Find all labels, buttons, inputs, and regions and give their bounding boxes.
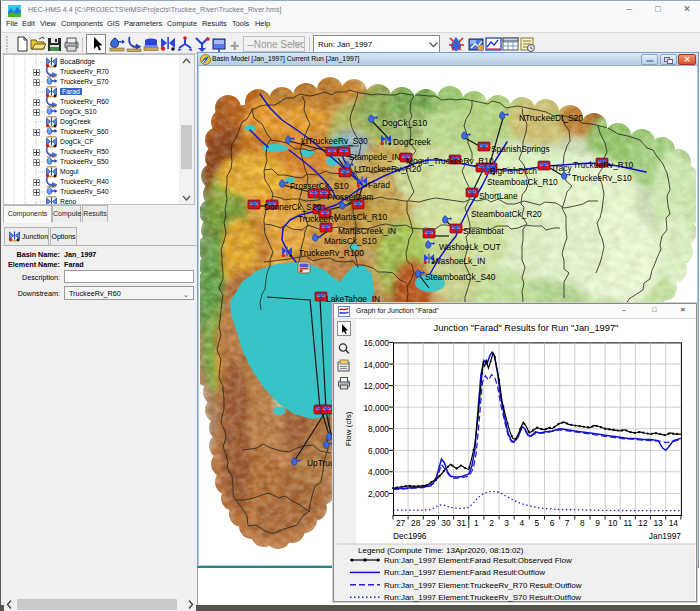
svg-text:28: 28	[411, 518, 421, 528]
svg-text:31: 31	[457, 518, 467, 528]
svg-text:SteamboatCk_R10: SteamboatCk_R10	[487, 177, 558, 187]
svg-text:7: 7	[565, 518, 570, 528]
svg-text:6,000: 6,000	[368, 446, 389, 456]
svg-text:DonnerCk_S20: DonnerCk_S20	[264, 202, 322, 212]
svg-text:MartisCreek_IN: MartisCreek_IN	[338, 226, 396, 236]
svg-text:5: 5	[535, 518, 540, 528]
svg-text:27: 27	[396, 518, 406, 528]
svg-text:TruckeeRv_R10: TruckeeRv_R10	[573, 160, 634, 170]
svg-text:12,000: 12,000	[363, 381, 389, 391]
svg-text:ShortLane: ShortLane	[479, 191, 518, 201]
svg-text:MartisCk_S10: MartisCk_S10	[324, 236, 377, 246]
svg-text:SteamboatCk_S40: SteamboatCk_S40	[425, 272, 496, 282]
svg-text:Steamboat: Steamboat	[463, 226, 504, 236]
svg-text:12: 12	[638, 518, 648, 528]
svg-text:Stampede_IN: Stampede_IN	[349, 152, 400, 162]
svg-text:Run:Jan_1997 Element:Farad Res: Run:Jan_1997 Element:Farad Result:Outflo…	[384, 568, 545, 577]
svg-text:BigFishDitch: BigFishDitch	[490, 166, 537, 176]
svg-text:Legend (Compute Time: 13Apr202: Legend (Compute Time: 13Apr2020, 08:15:0…	[358, 546, 524, 555]
svg-text:TruckeeRv_R100: TruckeeRv_R100	[299, 248, 364, 258]
svg-text:DogCreek: DogCreek	[393, 137, 432, 147]
svg-text:29: 29	[426, 518, 436, 528]
svg-text:LtTruckeeRv_R20: LtTruckeeRv_R20	[354, 164, 422, 174]
svg-text:13: 13	[653, 518, 663, 528]
svg-text:LtTruckeeRv_S30: LtTruckeeRv_S30	[301, 136, 368, 146]
svg-text:Run:Jan_1997 Element:TruckeeRv: Run:Jan_1997 Element:TruckeeRv_S70 Resul…	[384, 593, 581, 602]
svg-text:4: 4	[519, 518, 524, 528]
svg-text:Jan1997: Jan1997	[649, 531, 681, 541]
svg-text:Junction "Farad" Results for R: Junction "Farad" Results for Run "Jan_19…	[434, 323, 619, 333]
svg-text:8,000: 8,000	[368, 424, 389, 434]
svg-text:8: 8	[580, 518, 585, 528]
svg-text:2,000: 2,000	[368, 489, 389, 499]
svg-text:Flow (cfs): Flow (cfs)	[344, 411, 353, 446]
svg-text:NTruckeeDt_S20: NTruckeeDt_S20	[519, 113, 583, 123]
svg-text:10: 10	[608, 518, 618, 528]
svg-text:WashoeLk_IN: WashoeLk_IN	[433, 256, 485, 266]
svg-text:ProsserDam: ProsserDam	[327, 192, 374, 202]
svg-text:SpanishSprings: SpanishSprings	[491, 144, 550, 154]
svg-text:Tracy: Tracy	[551, 163, 572, 173]
svg-text:14: 14	[669, 518, 679, 528]
svg-text:ProsserCk_S10: ProsserCk_S10	[290, 181, 349, 191]
svg-text:2: 2	[489, 518, 494, 528]
svg-text:14,000: 14,000	[363, 360, 389, 370]
svg-text:11: 11	[623, 518, 632, 528]
svg-text:30: 30	[441, 518, 451, 528]
svg-text:Run:Jan_1997 Element:Farad Res: Run:Jan_1997 Element:Farad Result:Observ…	[384, 556, 572, 565]
svg-text:DogCk_S10: DogCk_S10	[382, 118, 428, 128]
svg-text:MartisCk_R10: MartisCk_R10	[334, 212, 387, 222]
svg-text:9: 9	[595, 518, 600, 528]
svg-text:TruckeeRv: TruckeeRv	[298, 214, 339, 224]
svg-text:3: 3	[504, 518, 509, 528]
svg-text:TruckeeRv_S10: TruckeeRv_S10	[572, 173, 632, 183]
svg-text:Run:Jan_1997 Element:TruckeeRv: Run:Jan_1997 Element:TruckeeRv_R70 Resul…	[384, 581, 582, 590]
svg-text:Dec1996: Dec1996	[393, 531, 427, 541]
svg-text:Farad: Farad	[368, 180, 390, 190]
svg-text:10,000: 10,000	[363, 403, 389, 413]
svg-text:6: 6	[550, 518, 555, 528]
svg-text:WashoeLk_OUT: WashoeLk_OUT	[439, 242, 501, 252]
svg-text:4,000: 4,000	[368, 467, 389, 477]
svg-text:16,000: 16,000	[363, 338, 389, 348]
svg-text:1: 1	[474, 518, 479, 528]
svg-text:SteamboatCk_R20: SteamboatCk_R20	[471, 209, 542, 219]
